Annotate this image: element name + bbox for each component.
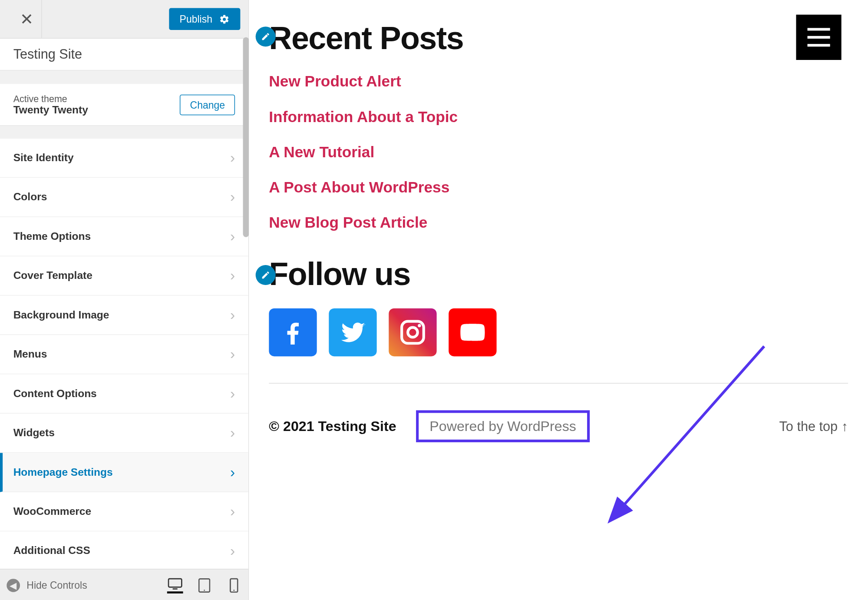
to-top-link[interactable]: To the top ↑ [779, 418, 848, 434]
twitter-icon [338, 318, 367, 347]
edit-shortcut-button[interactable] [256, 265, 276, 285]
recent-post-link[interactable]: A Post About WordPress [269, 179, 848, 196]
gear-icon [219, 13, 230, 24]
sidebar-item-menus[interactable]: Menus› [0, 335, 248, 374]
recent-posts-list: New Product AlertInformation About a Top… [269, 73, 848, 232]
sidebar-item-additional-css[interactable]: Additional CSS› [0, 531, 248, 569]
hide-controls-label: Hide Controls [26, 580, 87, 591]
hide-controls-button[interactable]: ◀ Hide Controls [7, 578, 87, 592]
sidebar-item-label: Widgets [13, 427, 55, 439]
youtube-icon [458, 318, 487, 347]
close-button[interactable]: ✕ [12, 0, 42, 38]
chevron-right-icon: › [230, 149, 235, 166]
recent-post-link[interactable]: A New Tutorial [269, 143, 848, 161]
follow-us-widget: Follow us [269, 256, 848, 356]
active-theme-label: Active theme [13, 93, 88, 104]
chevron-right-icon: › [230, 189, 235, 206]
youtube-button[interactable] [449, 308, 496, 356]
device-preview-toggle [167, 577, 242, 593]
recent-post-link[interactable]: Information About a Topic [269, 108, 848, 126]
sidebar-item-background-image[interactable]: Background Image› [0, 296, 248, 335]
mobile-preview-button[interactable] [226, 577, 242, 593]
sidebar-item-label: Theme Options [13, 230, 91, 242]
sidebar-item-label: Colors [13, 191, 47, 203]
sidebar-item-colors[interactable]: Colors› [0, 178, 248, 217]
svg-rect-1 [173, 588, 178, 590]
sidebar-item-widgets[interactable]: Widgets› [0, 414, 248, 453]
sidebar-item-homepage-settings[interactable]: Homepage Settings› [0, 453, 248, 492]
sidebar-item-label: Cover Template [13, 270, 92, 282]
chevron-right-icon: › [230, 346, 235, 363]
site-footer: © 2021 Testing Site Powered by WordPress… [269, 410, 848, 462]
tablet-preview-button[interactable] [196, 577, 212, 593]
scrollbar-thumb[interactable] [243, 37, 249, 237]
sidebar-item-label: Additional CSS [13, 545, 90, 557]
sidebar-item-label: Background Image [13, 309, 109, 321]
copyright-text: © 2021 Testing Site [269, 418, 396, 434]
svg-point-3 [204, 589, 205, 590]
active-theme-row: Active theme Twenty Twenty Change [0, 84, 248, 126]
chevron-right-icon: › [230, 503, 235, 520]
recent-post-link[interactable]: New Product Alert [269, 73, 848, 90]
collapse-icon: ◀ [7, 578, 20, 592]
svg-point-7 [408, 328, 417, 337]
customizer-sidebar: ✕ Publish Testing Site Active theme Twen… [0, 0, 249, 600]
social-icons-row [269, 308, 848, 356]
sidebar-item-theme-options[interactable]: Theme Options› [0, 217, 248, 256]
desktop-preview-button[interactable] [167, 577, 183, 593]
instagram-icon [398, 318, 427, 347]
recent-posts-title: Recent Posts [269, 20, 848, 56]
powered-by-text[interactable]: Powered by WordPress [416, 410, 590, 442]
twitter-button[interactable] [329, 308, 376, 356]
preview-pane: Recent Posts New Product AlertInformatio… [249, 0, 868, 600]
pencil-icon [261, 270, 270, 279]
sidebar-item-site-identity[interactable]: Site Identity› [0, 139, 248, 178]
site-title[interactable]: Testing Site [0, 39, 248, 71]
sidebar-item-cover-template[interactable]: Cover Template› [0, 256, 248, 295]
change-theme-button[interactable]: Change [180, 94, 235, 115]
chevron-right-icon: › [230, 267, 235, 285]
sidebar-item-label: Homepage Settings [13, 466, 113, 478]
chevron-right-icon: › [230, 464, 235, 481]
chevron-right-icon: › [230, 306, 235, 324]
chevron-right-icon: › [230, 424, 235, 442]
edit-shortcut-button[interactable] [256, 27, 276, 46]
sidebar-item-label: WooCommerce [13, 506, 91, 518]
facebook-button[interactable] [269, 308, 317, 356]
sidebar-scrollbar[interactable] [243, 37, 249, 569]
footer-divider [269, 383, 848, 384]
sidebar-item-label: Content Options [13, 388, 97, 400]
publish-label: Publish [180, 13, 212, 25]
follow-us-title: Follow us [269, 256, 848, 292]
svg-point-5 [233, 590, 234, 591]
active-theme-name: Twenty Twenty [13, 104, 88, 116]
pencil-icon [261, 32, 270, 41]
sidebar-item-woocommerce[interactable]: WooCommerce› [0, 492, 248, 531]
publish-button[interactable]: Publish [169, 8, 240, 30]
chevron-right-icon: › [230, 542, 235, 560]
facebook-icon [278, 318, 307, 347]
instagram-button[interactable] [389, 308, 436, 356]
customizer-menu: Site Identity›Colors›Theme Options›Cover… [0, 138, 248, 569]
svg-rect-0 [168, 579, 182, 587]
chevron-right-icon: › [230, 228, 235, 245]
sidebar-item-content-options[interactable]: Content Options› [0, 375, 248, 414]
sidebar-footer: ◀ Hide Controls [0, 569, 248, 600]
svg-point-8 [418, 324, 421, 327]
recent-posts-widget: Recent Posts New Product AlertInformatio… [269, 20, 848, 232]
sidebar-item-label: Menus [13, 348, 47, 361]
sidebar-item-label: Site Identity [13, 152, 74, 164]
sidebar-header: ✕ Publish [0, 0, 248, 39]
chevron-right-icon: › [230, 385, 235, 402]
recent-post-link[interactable]: New Blog Post Article [269, 214, 848, 232]
